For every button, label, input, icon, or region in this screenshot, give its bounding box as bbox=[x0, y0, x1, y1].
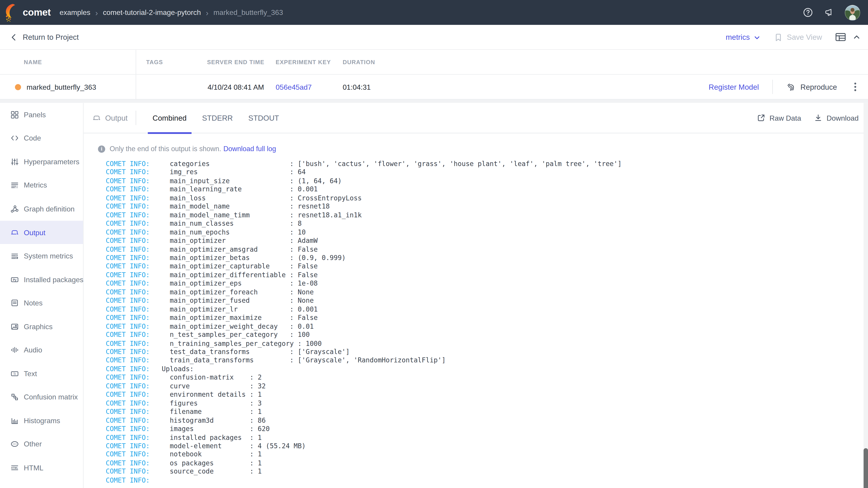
breadcrumb: examples›comet-tutorial-2-image-pytorch›… bbox=[59, 8, 283, 17]
sidebar-item-label: Assets & Artifacts bbox=[24, 487, 80, 488]
sidebar-item-html[interactable]: HTMLHTML bbox=[0, 456, 83, 480]
log-line: COMET INFO: main_optimizer_lr : 0.001 bbox=[106, 305, 868, 314]
log-line: COMET INFO: main_optimizer : AdamW bbox=[106, 237, 868, 246]
sidebar-item-audio[interactable]: Audio bbox=[0, 338, 83, 362]
tags-cell bbox=[136, 75, 202, 99]
column-header-duration[interactable]: DURATION bbox=[338, 50, 399, 74]
sidebar-item-assets[interactable]: Assets & Artifacts bbox=[0, 480, 83, 488]
log-line: COMET INFO: model-element : 4 (55.24 MB) bbox=[106, 442, 868, 451]
sidebar-item-panels[interactable]: Panels bbox=[0, 103, 83, 127]
register-model-button[interactable]: Register Model bbox=[709, 83, 759, 91]
sidebar-item-system-metrics[interactable]: System metrics bbox=[0, 244, 83, 268]
table-view-icon[interactable] bbox=[835, 33, 846, 41]
help-icon[interactable] bbox=[803, 7, 813, 18]
log-tabs: CombinedSTDERRSTDOUT bbox=[145, 103, 287, 133]
chevron-right-icon: › bbox=[206, 8, 209, 16]
comet-logo-icon bbox=[4, 3, 21, 22]
sidebar-item-notes[interactable]: Notes bbox=[0, 291, 83, 315]
assets-icon bbox=[11, 487, 19, 488]
svg-text:Py: Py bbox=[13, 278, 17, 281]
logo-wordmark: comet bbox=[23, 6, 51, 18]
sidebar-item-installed-packages[interactable]: PyInstalled packages bbox=[0, 268, 83, 291]
reproduce-button[interactable]: Reproduce bbox=[786, 82, 837, 92]
log-line: COMET INFO: main_optimizer_differentiabl… bbox=[106, 271, 868, 280]
log-line: COMET INFO: img_res : 64 bbox=[106, 168, 868, 177]
download-full-log-link[interactable]: Download full log bbox=[223, 145, 276, 153]
sidebar-item-other[interactable]: Other bbox=[0, 432, 83, 456]
log-line: COMET INFO: categories : ['bush', 'cactu… bbox=[106, 160, 868, 168]
experiment-name-cell: marked_butterfly_363 bbox=[0, 75, 136, 99]
scrollbar-track[interactable] bbox=[864, 103, 868, 488]
save-view-button[interactable]: Save View bbox=[775, 33, 822, 41]
log-line: COMET INFO: Uploads: bbox=[106, 365, 868, 374]
experiment-row[interactable]: marked_butterfly_363 4/10/24 08:41 AM 05… bbox=[0, 75, 868, 100]
column-header-name[interactable]: NAME bbox=[0, 50, 136, 74]
log-line: COMET INFO: installed packages : 1 bbox=[106, 433, 868, 442]
view-dropdown-value: metrics bbox=[725, 33, 750, 41]
sidebar-item-confusion-matrix[interactable]: Confusion matrix bbox=[0, 385, 83, 409]
html-icon: HTML bbox=[11, 464, 19, 472]
log-line: COMET INFO: source_code : 1 bbox=[106, 468, 868, 476]
sidebar-item-label: Code bbox=[24, 134, 41, 142]
return-label: Return to Project bbox=[23, 33, 79, 41]
log-line: COMET INFO: main_num_epochs : 10 bbox=[106, 228, 868, 237]
sidebar-item-histograms[interactable]: Histograms bbox=[0, 409, 83, 432]
sidebar-item-label: Installed packages bbox=[24, 275, 84, 284]
breadcrumb-item[interactable]: examples bbox=[59, 8, 90, 17]
sidebar-item-label: HTML bbox=[24, 464, 43, 472]
scrollbar-thumb[interactable] bbox=[864, 448, 868, 488]
collapse-up-icon[interactable] bbox=[853, 34, 860, 40]
sidebar-item-metrics[interactable]: Metrics bbox=[0, 173, 83, 197]
column-header-server-end-time[interactable]: SERVER END TIME bbox=[202, 50, 270, 74]
actions-divider bbox=[772, 80, 773, 94]
svg-text:HTML: HTML bbox=[11, 467, 18, 469]
sidebar-item-graph-definition[interactable]: Graph definition bbox=[0, 197, 83, 221]
tabbar-actions: Raw Data Download bbox=[757, 113, 868, 122]
log-line: COMET INFO: main_model_name_timm : resne… bbox=[106, 211, 868, 220]
log-line: COMET INFO: figures : 3 bbox=[106, 399, 868, 408]
app-window: comet examples›comet-tutorial-2-image-py… bbox=[0, 0, 868, 488]
sidebar-item-hyperparameters[interactable]: Hyperparameters bbox=[0, 150, 83, 173]
sidebar-item-label: Panels bbox=[24, 110, 46, 119]
raw-data-button[interactable]: Raw Data bbox=[757, 113, 801, 122]
tabbar-divider bbox=[135, 111, 136, 125]
raw-data-label: Raw Data bbox=[770, 113, 801, 122]
graphics-icon bbox=[11, 322, 19, 331]
sidebar-item-code[interactable]: Code bbox=[0, 127, 83, 150]
log-line: COMET INFO: main_learning_rate : 0.001 bbox=[106, 186, 868, 194]
graph-definition-icon bbox=[11, 205, 19, 213]
code-icon bbox=[11, 134, 19, 142]
view-dropdown[interactable]: metrics bbox=[725, 33, 760, 41]
tab-stdout[interactable]: STDOUT bbox=[241, 103, 287, 133]
tab-combined[interactable]: Combined bbox=[145, 103, 194, 133]
experiment-key-link[interactable]: 056e45ad7 bbox=[270, 75, 338, 99]
chevron-right-icon: › bbox=[95, 8, 98, 16]
row-actions: Register Model Reproduce bbox=[399, 75, 868, 99]
log-output: COMET INFO: categories : ['bush', 'cactu… bbox=[106, 160, 868, 485]
comet-logo[interactable]: comet bbox=[4, 3, 51, 22]
sidebar-item-graphics[interactable]: Graphics bbox=[0, 315, 83, 338]
chevron-down-icon bbox=[754, 35, 761, 41]
column-header-experiment-key[interactable]: EXPERIMENT KEY bbox=[270, 50, 338, 74]
megaphone-icon[interactable] bbox=[824, 7, 834, 18]
audio-icon bbox=[11, 346, 19, 354]
log-line: COMET INFO: main_optimizer_weight_decay … bbox=[106, 322, 868, 331]
external-link-icon bbox=[757, 114, 765, 122]
sidebar-item-label: Other bbox=[24, 440, 42, 449]
sidebar-item-output[interactable]: Output bbox=[0, 221, 83, 244]
svg-text:Tt: Tt bbox=[13, 372, 16, 376]
installed-packages-icon: Py bbox=[11, 275, 19, 284]
sidebar-item-label: Graphics bbox=[24, 322, 53, 331]
download-button[interactable]: Download bbox=[814, 113, 859, 122]
column-header-tags[interactable]: TAGS bbox=[136, 50, 202, 74]
sidebar-item-text[interactable]: TtText bbox=[0, 362, 83, 385]
tab-stderr[interactable]: STDERR bbox=[194, 103, 241, 133]
experiment-table: NAMETAGSSERVER END TIMEEXPERIMENT KEYDUR… bbox=[0, 50, 868, 99]
breadcrumb-item[interactable]: comet-tutorial-2-image-pytorch bbox=[103, 8, 201, 17]
return-to-project-link[interactable]: Return to Project bbox=[11, 33, 79, 41]
log-line: COMET INFO: images : 620 bbox=[106, 425, 868, 433]
log-line: COMET INFO: os packages : 1 bbox=[106, 459, 868, 468]
log-line: COMET INFO: environment details : 1 bbox=[106, 391, 868, 399]
user-avatar[interactable] bbox=[845, 5, 860, 20]
kebab-menu-icon[interactable] bbox=[851, 80, 859, 94]
